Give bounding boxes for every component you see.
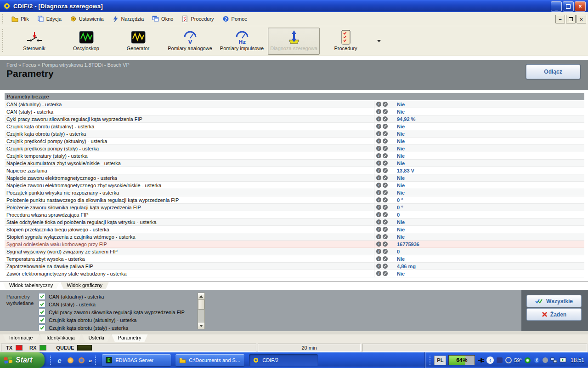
parameter-row[interactable]: Napiecie zaworu elektromagnetycznego - u… bbox=[5, 174, 584, 182]
edit-icon[interactable] bbox=[383, 234, 388, 239]
info-icon[interactable]: i bbox=[376, 190, 381, 195]
parameter-row[interactable]: Początek punktu wtrysku nie rozpoznany -… bbox=[5, 189, 584, 196]
checkbox-checked-icon[interactable] bbox=[39, 316, 45, 323]
parameter-row[interactable]: Napięcie zaworu elektromagnetycznego zby… bbox=[5, 182, 584, 189]
parameter-row[interactable]: Napiecie akumulatora zbyt wysokie/niskie… bbox=[5, 160, 584, 167]
checklist-item[interactable]: CAN (aktualny) - usterka bbox=[39, 293, 197, 300]
parameter-row[interactable]: Procedura własna sprawdzająca FIP i 0 bbox=[5, 211, 584, 218]
scroll-down-button[interactable] bbox=[198, 322, 204, 329]
info-icon[interactable]: i bbox=[376, 256, 381, 261]
select-none-button[interactable]: Żaden bbox=[526, 308, 582, 321]
parameter-row[interactable]: Czujnik kąta obrotu (stały) - usterka i … bbox=[5, 130, 584, 138]
toolbar-generator[interactable]: Generator bbox=[112, 28, 164, 55]
info-icon[interactable]: i bbox=[376, 175, 381, 180]
info-icon[interactable]: i bbox=[376, 264, 381, 269]
info-icon[interactable]: i bbox=[376, 271, 381, 276]
edit-icon[interactable] bbox=[383, 175, 388, 180]
battery-indicator[interactable]: 64% bbox=[448, 355, 475, 365]
menu-narzedzia[interactable]: Narzędzia bbox=[108, 14, 148, 24]
toolbar-procedury[interactable]: Procedury bbox=[320, 28, 372, 55]
parameter-row[interactable]: CAN (aktualny) - usterka i Nie bbox=[5, 101, 584, 108]
edit-icon[interactable] bbox=[383, 212, 388, 217]
edit-icon[interactable] bbox=[383, 138, 388, 144]
close-button[interactable]: × bbox=[575, 1, 586, 12]
toolbar-grip[interactable] bbox=[2, 29, 5, 52]
parameter-row[interactable]: Położenie punktu nastawczego dla siłowni… bbox=[5, 196, 584, 204]
menu-ustawienia[interactable]: Ustawienia bbox=[66, 14, 108, 24]
checkbox-checked-icon[interactable] bbox=[39, 293, 45, 300]
info-icon[interactable]: i bbox=[376, 197, 381, 202]
parameter-row[interactable]: Temperatura zbyt wysoka - usterka i Nie bbox=[5, 255, 584, 263]
mdi-minimize-button[interactable]: – bbox=[555, 15, 565, 23]
edit-icon[interactable] bbox=[383, 205, 388, 210]
task-ediabas-server[interactable]: E EDIABAS Server bbox=[102, 354, 171, 366]
edit-icon[interactable] bbox=[383, 264, 388, 269]
parameter-row[interactable]: Cykl pracy zaworu siłownika regulacji ką… bbox=[5, 115, 584, 123]
parameter-row[interactable]: Czujnik prędkości pompy (stały) - usterk… bbox=[5, 145, 584, 152]
parameter-row[interactable]: Sygnał odniesienia wału korbowego przy F… bbox=[5, 241, 584, 248]
info-icon[interactable]: i bbox=[376, 153, 381, 158]
info-icon[interactable]: i bbox=[376, 161, 381, 166]
parameter-row[interactable]: Stopień sygnału wyłączenia z czujnika wt… bbox=[5, 233, 584, 241]
info-icon[interactable]: i bbox=[376, 109, 381, 114]
edit-icon[interactable] bbox=[383, 249, 388, 254]
edit-icon[interactable] bbox=[383, 124, 388, 129]
mail-clock-icon[interactable] bbox=[67, 356, 74, 364]
info-icon[interactable]: i bbox=[376, 102, 381, 107]
edit-icon[interactable] bbox=[383, 109, 388, 114]
section-tab[interactable]: Identyfikacja bbox=[40, 334, 81, 342]
checkbox-checked-icon[interactable] bbox=[39, 309, 45, 316]
select-all-button[interactable]: Wszystkie bbox=[526, 295, 582, 307]
display-tray-icon[interactable] bbox=[560, 357, 566, 364]
parameter-row[interactable]: Położenie zaworu siłownika regulacji kąt… bbox=[5, 204, 584, 211]
bluetooth-tray-icon[interactable] bbox=[533, 357, 540, 364]
info-icon[interactable]: i bbox=[376, 183, 381, 188]
edit-icon[interactable] bbox=[383, 161, 388, 166]
info-icon[interactable]: i bbox=[376, 219, 381, 224]
menu-grip[interactable] bbox=[2, 14, 5, 23]
quick-launch-grip[interactable] bbox=[50, 356, 52, 365]
section-tab[interactable]: Parametry bbox=[112, 334, 148, 342]
parameter-row[interactable]: Zawór elektromagnetyczny stale wzbudzony… bbox=[5, 270, 584, 277]
info-icon[interactable]: i bbox=[376, 124, 381, 129]
update-tray-icon[interactable] bbox=[543, 357, 548, 363]
edit-icon[interactable] bbox=[383, 153, 388, 158]
parameter-row[interactable]: Czujnik prędkości pompy (aktualny) - ust… bbox=[5, 138, 584, 145]
edit-icon[interactable] bbox=[383, 256, 388, 261]
hide-icons-chevron[interactable]: ‹ bbox=[486, 356, 494, 364]
menu-procedury[interactable]: Procedury bbox=[177, 14, 218, 24]
info-icon[interactable]: i bbox=[376, 205, 381, 210]
info-icon[interactable]: i bbox=[376, 227, 381, 232]
edit-icon[interactable] bbox=[383, 190, 388, 195]
toolbar-dropdown-arrow[interactable] bbox=[377, 40, 381, 42]
toolbar-oscyloskop[interactable]: Oscyloskop bbox=[60, 28, 112, 55]
edit-icon[interactable] bbox=[383, 227, 388, 232]
parameter-row[interactable]: Napiecie zasilania i 13,83 V bbox=[5, 167, 584, 174]
start-button[interactable]: Start bbox=[0, 352, 45, 368]
menu-edycja[interactable]: Edycja bbox=[33, 14, 66, 24]
parameter-row[interactable]: Czujnik temperatury (stały) - usterka i … bbox=[5, 152, 584, 160]
checklist-scrollbar[interactable] bbox=[198, 293, 205, 329]
language-indicator[interactable]: PL bbox=[434, 356, 446, 365]
scroll-thumb[interactable] bbox=[198, 299, 204, 310]
view-tab[interactable]: Widok tabelaryczny bbox=[3, 282, 59, 289]
info-icon[interactable]: i bbox=[376, 116, 381, 121]
edit-icon[interactable] bbox=[383, 168, 388, 173]
toolbar-pomiary-impulsowe[interactable]: Hz Pomiary impulsowe bbox=[216, 28, 268, 55]
info-icon[interactable]: i bbox=[376, 168, 381, 173]
checklist-item[interactable]: CAN (stały) - usterka bbox=[39, 300, 197, 308]
info-icon[interactable]: i bbox=[376, 138, 381, 144]
sync-tray-icon[interactable] bbox=[505, 357, 512, 363]
network-tray-icon[interactable] bbox=[550, 357, 557, 364]
menu-pomoc[interactable]: ? Pomoc bbox=[218, 14, 251, 24]
taskband-grip[interactable] bbox=[95, 356, 97, 365]
parameter-row[interactable]: Stałe odchylenie tłoka od położenia regu… bbox=[5, 218, 584, 226]
parameter-row[interactable]: Czujnik kąta obrotu (aktualny) - usterka… bbox=[5, 123, 584, 130]
edit-icon[interactable] bbox=[383, 271, 388, 276]
minimize-button[interactable]: _ bbox=[551, 1, 562, 12]
checklist-item[interactable]: Cykl pracy zaworu siłownika regulacji ką… bbox=[39, 308, 197, 316]
mdi-close-button[interactable]: × bbox=[577, 15, 586, 23]
tray-clock[interactable]: 18:51 bbox=[571, 357, 584, 363]
edit-icon[interactable] bbox=[383, 242, 388, 247]
disconnect-button[interactable]: Odłącz bbox=[526, 64, 580, 79]
